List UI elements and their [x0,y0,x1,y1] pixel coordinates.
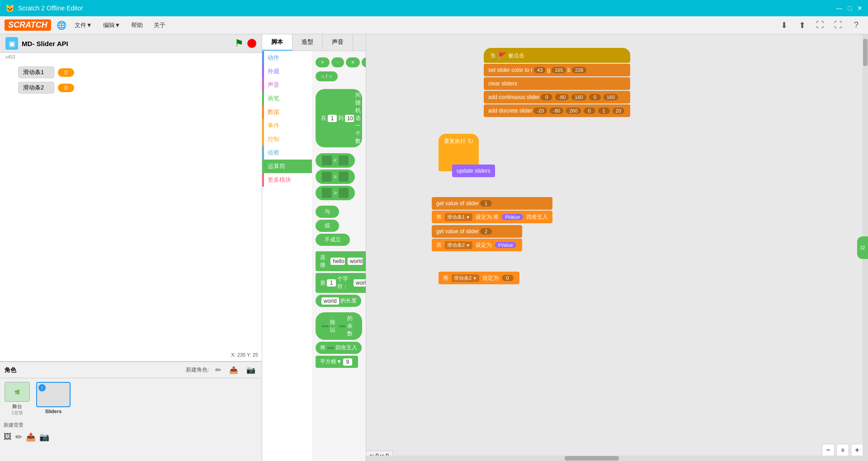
tab-sounds[interactable]: 声音 [323,34,353,51]
cont-val-1: -80 [555,94,569,100]
set-slider-color-block[interactable]: set slider color to r 43 g 165 b 226 [484,64,630,76]
new-sprite-upload-icon[interactable]: 📤 [227,365,240,375]
block-and[interactable]: 与 [316,206,339,218]
slider1-value[interactable]: 0 [58,68,74,77]
category-more[interactable]: 更多模块 [262,173,312,187]
add-discrete-slider-block[interactable]: add discrete slider -20 -80 260 0 1 20 [484,104,630,117]
sprite-list: 🌿 舞台 1背景 i Sliders [0,378,262,420]
new-sprite-camera-icon[interactable]: 📷 [245,365,257,375]
letter-n-field: 1 [327,279,336,287]
zoom-reset-button[interactable]: ≡ [836,444,849,456]
block-round[interactable]: 将 四舍五入 [316,342,362,354]
bg-draw-icon[interactable]: ✏ [15,432,22,442]
r-val: 43 [534,67,546,73]
disc-val-4: 1 [598,108,610,114]
bottom-panel: 角色 新建角色: ✏ 📤 📷 🌿 舞台 1背景 i Sliders [0,362,262,461]
block-less-than[interactable]: < [316,153,355,168]
tab-costumes[interactable]: 造型 [292,34,323,51]
block-minus[interactable]: - [331,57,344,67]
bottom-scrollbar[interactable] [366,456,863,461]
bg-camera-icon[interactable]: 📷 [39,432,49,442]
bg-upload-icon[interactable]: 📤 [26,432,36,442]
block-join[interactable]: 连接 hello world [316,251,366,271]
stage-thumb-sub: 1背景 [11,410,23,416]
cont-val-4: 160 [604,94,618,100]
block-letter[interactable]: 第 1 个字符： world [316,273,366,293]
bg-paint-icon[interactable]: 🖼 [4,432,12,442]
menu-help[interactable]: 帮助 [127,19,147,31]
download-icon[interactable]: ⬇ [777,18,791,33]
block-greater-than[interactable]: > [316,186,355,200]
round-field [327,347,334,349]
turbo-icon[interactable]: ⛶ [831,18,845,33]
help-icon[interactable]: ? [849,18,863,33]
category-events[interactable]: 事件 [262,119,312,132]
block-length[interactable]: world 的长度 [316,295,361,307]
block-mod[interactable]: 除以 的余数 [316,312,362,340]
block-mult[interactable]: × [346,57,360,67]
slider1-widget: 滑动条1 0 [18,66,244,78]
category-operators[interactable]: 运算符 [262,160,312,173]
set-slider2-zero-group: 将 滑动条2 设定为 0 [439,272,519,285]
stage-thumbnail[interactable]: 🌿 舞台 1背景 [4,382,31,416]
category-control[interactable]: 控制 [262,132,312,146]
minimize-button[interactable]: — [836,5,843,12]
block-div[interactable]: ÷ [362,57,366,67]
blocks-layout: 动作 外观 声音 画笔 数据 事件 控制 侦察 运算符 更多模块 + - × ÷ [262,51,366,461]
green-side-tab[interactable]: 32 [857,236,868,259]
get-value-slider-1-block[interactable]: get value of slider 1 [432,197,552,210]
cont-val-0: 0 [541,94,552,100]
close-button[interactable]: ✕ [857,5,863,12]
new-bg-buttons: 🖼 ✏ 📤 📷 [0,430,262,444]
globe-icon[interactable]: 🌐 [57,20,66,30]
zoom-controls: − ≡ + [822,444,863,456]
block-sqrt[interactable]: 平方根▼ 9 [316,356,358,368]
when-flag-clicked-block[interactable]: 当 🚩 被点击 [484,48,630,63]
zoom-in-button[interactable]: + [851,444,863,456]
sliders-sprite-thumbnail[interactable]: i Sliders [35,382,71,416]
set-var-slider1-block[interactable]: 将 滑动条1 设定为 将 #Value 四舍五入 [432,211,552,223]
category-pen[interactable]: 画笔 [262,92,312,105]
block-equals[interactable]: = [316,169,355,184]
sliders-sprite-image: i [36,382,71,407]
category-sound[interactable]: 声音 [262,78,312,92]
menu-edit[interactable]: 编辑▼ [99,19,125,31]
block-or[interactable]: 或 [316,220,339,232]
block-slash[interactable]: ○ / ○ [316,71,338,81]
tab-scripts[interactable]: 脚本 [262,34,292,51]
loop-body [439,149,479,165]
new-sprite-paint-icon[interactable]: ✏ [213,365,223,375]
slider2-value[interactable]: 0 [58,84,74,92]
category-sensing[interactable]: 侦察 [262,146,312,160]
repeat-forever-block[interactable]: 重复执行 ↻ [439,134,479,149]
category-data[interactable]: 数据 [262,105,312,119]
block-add[interactable]: + [316,57,330,67]
title-text: Scratch 2 Offline Editor [18,5,836,12]
stop-button[interactable] [247,39,256,48]
upload-icon[interactable]: ⬆ [795,18,809,33]
clear-sliders-block[interactable]: clear sliders [484,77,630,90]
slider1-label: 滑动条1 [18,66,54,78]
block-not[interactable]: 不成立 [316,234,350,246]
fullscreen-icon[interactable]: ⛶ [813,18,827,33]
bottom-scrollbar-thumb[interactable] [565,456,619,461]
update-sliders-group: update sliders [452,165,495,178]
get-value-slider-2-block[interactable]: get value of slider 2 [432,225,522,238]
menu-about[interactable]: 关于 [149,19,170,31]
menubar: SCRATCH 🌐 文件▼ 编辑▼ 帮助 关于 ⬇ ⬆ ⛶ ⛶ ? [0,16,868,34]
menu-file[interactable]: 文件▼ [70,19,97,31]
category-looks[interactable]: 外观 [262,65,312,78]
add-continuous-slider-block[interactable]: add continuous slider 0 -80 160 0 160 [484,91,630,103]
set-var-slider2-block[interactable]: 将 滑动条2 设定为 #Value [432,239,522,251]
set-slider2-zero-block[interactable]: 将 滑动条2 设定为 0 [439,272,519,284]
slider2-widget: 滑动条2 0 [18,82,244,94]
green-flag-button[interactable]: ⚑ [235,38,244,49]
main-area: ▣ MD- Slider API ⚑ v453 滑动条1 0 滑动条2 [0,34,868,461]
sprite-info-icon[interactable]: i [38,384,46,391]
zoom-out-button[interactable]: − [822,444,835,456]
scrollbar-thumb[interactable] [863,39,868,66]
maximize-button[interactable]: □ [848,5,852,12]
update-sliders-block[interactable]: update sliders [452,165,495,177]
category-motion[interactable]: 动作 [262,51,312,65]
block-random[interactable]: 在 1 到 10 间随机选一个数 [316,89,362,147]
